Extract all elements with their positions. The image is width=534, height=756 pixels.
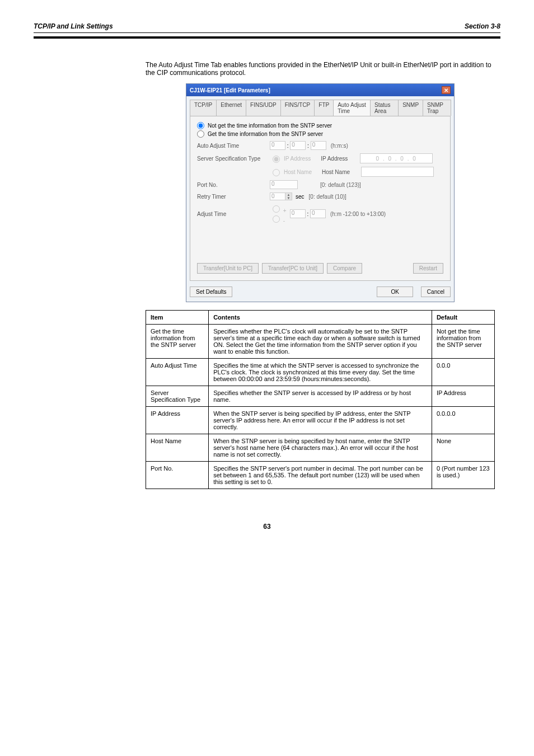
auto-adjust-s[interactable]: 0 bbox=[311, 141, 326, 150]
tab-snmp-trap[interactable]: SNMP Trap bbox=[423, 100, 451, 116]
transfer-pc-to-unit-button[interactable]: Transfer[PC to Unit] bbox=[262, 263, 324, 274]
host-name-input[interactable] bbox=[361, 167, 434, 177]
spinner-down-icon[interactable]: ▼ bbox=[285, 196, 292, 200]
restart-button[interactable]: Restart bbox=[413, 263, 443, 274]
radio-get[interactable] bbox=[197, 130, 204, 138]
header-right: Section 3-8 bbox=[465, 22, 500, 30]
adjust-label: Adjust Time bbox=[197, 211, 270, 217]
table-row: IP Address When the SNTP server is being… bbox=[146, 407, 495, 434]
cell-default: 0.0.0.0 bbox=[432, 407, 494, 434]
table-row: Host Name When the STNP server is being … bbox=[146, 434, 495, 462]
th-contents: Contents bbox=[209, 311, 432, 325]
cell-content: Specifies the time at which the SNTP ser… bbox=[209, 359, 432, 386]
adjust-plus[interactable] bbox=[273, 205, 280, 213]
tab-ftp[interactable]: FTP bbox=[314, 100, 334, 116]
intro-text: The Auto Adjust Time Tab enables functio… bbox=[146, 61, 495, 77]
auto-adjust-unit: (h:m:s) bbox=[331, 143, 348, 149]
settings-table: Item Contents Default Get the time infor… bbox=[146, 310, 495, 489]
table-row: Port No. Specifies the SNTP server's por… bbox=[146, 462, 495, 489]
cell-content: Specifies whether the SNTP server is acc… bbox=[209, 386, 432, 407]
set-defaults-button[interactable]: Set Defaults bbox=[190, 287, 232, 297]
dialog-title: CJ1W-EIP21 [Edit Parameters] bbox=[190, 87, 270, 93]
th-default: Default bbox=[432, 311, 494, 325]
radio-ip-address[interactable] bbox=[273, 156, 280, 163]
dialog-window: CJ1W-EIP21 [Edit Parameters] ✕ TCP/IP Et… bbox=[186, 83, 455, 302]
retry-input[interactable]: 0 ▲▼ bbox=[270, 192, 292, 200]
close-icon[interactable]: ✕ bbox=[442, 86, 451, 94]
rule-thin bbox=[34, 32, 500, 33]
retry-label: Retry Timer bbox=[197, 194, 270, 200]
cell-default: 0 (Port number 123 is used.) bbox=[432, 462, 494, 489]
radio-not-get-label: Not get the time information from the SN… bbox=[208, 123, 332, 129]
auto-adjust-h[interactable]: 0 bbox=[270, 141, 285, 150]
cell-content: When the STNP server is being specified … bbox=[209, 434, 432, 462]
cell-default: None bbox=[432, 434, 494, 462]
tab-pane: Not get the time information from the SN… bbox=[190, 116, 451, 281]
transfer-unit-to-pc-button[interactable]: Transfer[Unit to PC] bbox=[197, 263, 259, 274]
cell-default: IP Address bbox=[432, 386, 494, 407]
tab-finstcp[interactable]: FINS/TCP bbox=[280, 100, 315, 116]
ip-address-label: IP Address bbox=[321, 156, 360, 162]
cell-item: IP Address bbox=[146, 407, 209, 434]
cell-item: Get the time information from the SNTP s… bbox=[146, 325, 209, 359]
compare-button[interactable]: Compare bbox=[327, 263, 362, 274]
th-item: Item bbox=[146, 311, 209, 325]
cell-content: Specifies the SNTP server's port number … bbox=[209, 462, 432, 489]
page-number: 63 bbox=[34, 523, 500, 530]
cell-item: Server Specification Type bbox=[146, 386, 209, 407]
tab-auto-adjust-time[interactable]: Auto Adjust Time bbox=[333, 100, 371, 116]
header-left: TCP/IP and Link Settings bbox=[34, 22, 113, 30]
table-row: Auto Adjust Time Specifies the time at w… bbox=[146, 359, 495, 386]
rule-thick bbox=[34, 36, 500, 39]
host-name-label: Host Name bbox=[322, 169, 361, 175]
cell-content: Specifies whether the PLC's clock will a… bbox=[209, 325, 432, 359]
tab-snmp[interactable]: SNMP bbox=[398, 100, 423, 116]
cell-content: When the SNTP server is being specified … bbox=[209, 407, 432, 434]
tab-tcpip[interactable]: TCP/IP bbox=[190, 100, 217, 116]
port-no-label: Port No. bbox=[197, 182, 270, 188]
radio-not-get[interactable] bbox=[197, 122, 204, 129]
cell-default: 0.0.0 bbox=[432, 359, 494, 386]
tab-ethernet[interactable]: Ethernet bbox=[216, 100, 246, 116]
cell-default: Not get the time information from the SN… bbox=[432, 325, 494, 359]
tab-strip: TCP/IP Ethernet FINS/UDP FINS/TCP FTP Au… bbox=[186, 96, 454, 116]
cell-item: Port No. bbox=[146, 462, 209, 489]
dialog-titlebar: CJ1W-EIP21 [Edit Parameters] ✕ bbox=[186, 84, 454, 96]
cell-item: Host Name bbox=[146, 434, 209, 462]
auto-adjust-m[interactable]: 0 bbox=[290, 141, 306, 150]
tab-status-area[interactable]: Status Area bbox=[370, 100, 399, 116]
port-no-input[interactable]: 0 bbox=[270, 180, 298, 189]
adjust-hint: (h:m -12:00 to +13:00) bbox=[330, 211, 386, 217]
ip-address-input[interactable]: 0 . 0 . 0 . 0 bbox=[360, 153, 433, 163]
table-row: Server Specification Type Specifies whet… bbox=[146, 386, 495, 407]
cancel-button[interactable]: Cancel bbox=[421, 287, 451, 297]
adjust-minus[interactable] bbox=[273, 215, 280, 223]
retry-hint: [0: default (10)] bbox=[309, 194, 346, 200]
ok-button[interactable]: OK bbox=[377, 287, 413, 297]
adjust-m[interactable]: 0 bbox=[310, 209, 326, 218]
radio-host-label: Host Name bbox=[284, 169, 312, 175]
table-row: Get the time information from the SNTP s… bbox=[146, 325, 495, 359]
retry-unit: sec bbox=[296, 194, 305, 200]
cell-item: Auto Adjust Time bbox=[146, 359, 209, 386]
auto-adjust-label: Auto Adjust Time bbox=[197, 143, 270, 149]
radio-host-name[interactable] bbox=[273, 169, 280, 176]
port-no-hint: [0: default (123)] bbox=[320, 182, 361, 188]
tab-finsudp[interactable]: FINS/UDP bbox=[246, 100, 281, 116]
adjust-h[interactable]: 0 bbox=[290, 209, 306, 218]
radio-get-label: Get the time information from the SNTP s… bbox=[208, 131, 323, 137]
radio-ip-label: IP Address bbox=[284, 156, 311, 162]
server-spec-label: Server Specification Type bbox=[197, 156, 270, 162]
